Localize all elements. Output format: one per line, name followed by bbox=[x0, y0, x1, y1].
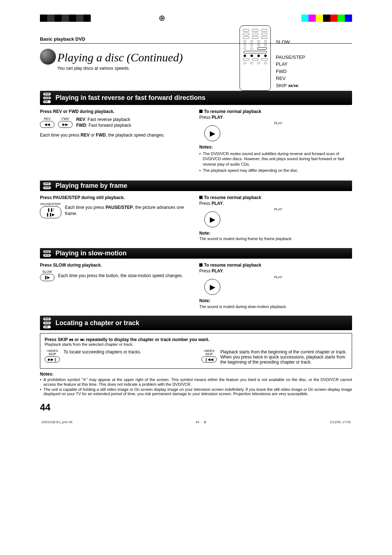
remote-label: REV bbox=[276, 75, 305, 82]
left-column: Press REV or FWD during playback. REV ◀◀… bbox=[40, 109, 193, 174]
button-label: +INDEX SKIP bbox=[45, 349, 60, 357]
section-heading: Playing frame by frame bbox=[56, 182, 127, 190]
button-row: PAUSE/STEP ❚❚/❚❚▶ Each time you press PA… bbox=[40, 203, 193, 218]
remote-label: PLAY bbox=[276, 61, 305, 68]
step-instruction: Press SLOW during playback. bbox=[40, 262, 193, 268]
skip-back-icon: ❙◀◀ bbox=[201, 356, 217, 362]
disc-badges: DVD VCD bbox=[43, 250, 51, 257]
label-bold: FWD bbox=[76, 123, 86, 128]
slow-button-icon: ❚▶ bbox=[40, 274, 54, 281]
section-heading-bar: DVD VCD CD Locating a chapter or track bbox=[40, 316, 352, 330]
note-item: The unit is capable of holding a still v… bbox=[40, 387, 352, 396]
notes-heading: Note: bbox=[199, 298, 352, 304]
step-tail: Each time you press the button, the slow… bbox=[58, 273, 183, 279]
disc-badges: DVD VCD CD bbox=[43, 92, 51, 104]
box-subtext: Playback starts from the selected chapte… bbox=[45, 342, 347, 347]
step-instruction: Press PAUSE/STEP during still playback. bbox=[40, 195, 193, 200]
button-label: SLOW bbox=[40, 270, 54, 274]
remote-label: SLOW bbox=[276, 39, 305, 46]
play-button-icon: ▶ bbox=[204, 211, 220, 227]
resume-heading: To resume normal playback bbox=[204, 109, 261, 114]
left-column: Press SLOW during playback. SLOW ❚▶ Each… bbox=[40, 262, 193, 309]
section-heading-bar: DVD VCD Playing in slow-motion bbox=[40, 248, 352, 259]
remote-label-list: SLOW PAUSE/STEP PLAY FWD REV SKIP ⏮/⏭ bbox=[276, 25, 305, 89]
boxed-instruction: Press SKIP ⏮ or ⏭ repeatedly to display … bbox=[40, 333, 352, 369]
note-item: The playback speed may differ depending … bbox=[199, 168, 352, 173]
label-bold: REV bbox=[76, 117, 85, 122]
page-number: 44 bbox=[40, 402, 352, 413]
button-label: FWD bbox=[58, 117, 73, 121]
note-single: The sound is muted during slow-motion pl… bbox=[199, 304, 352, 309]
button-label: REV bbox=[40, 117, 54, 121]
fwd-button-icon: ▶▶ bbox=[58, 121, 73, 128]
pause-step-button-icon: ❚❚/❚❚▶ bbox=[40, 206, 61, 218]
button-row: SLOW ❚▶ Each time you press the button, … bbox=[40, 270, 193, 281]
print-registration-row: ⊕ bbox=[40, 11, 352, 25]
notes-heading: Notes: bbox=[40, 372, 352, 377]
note-single: The sound is muted during frame by frame… bbox=[199, 236, 352, 242]
black-bars bbox=[40, 15, 91, 22]
square-bullet-icon bbox=[199, 263, 203, 267]
skip-forward-icon: ▶▶❙ bbox=[45, 356, 60, 362]
note-item: The DVD/VCR mutes sound and subtitles du… bbox=[199, 151, 352, 167]
label-text: : Fast forward playback bbox=[86, 123, 131, 128]
section-body: Press REV or FWD during playback. REV ◀◀… bbox=[40, 109, 352, 174]
print-footer: 2I30101B-En_p42-45 44 ⊕ 1/12/06, 17:06 bbox=[40, 420, 352, 424]
footer-date: 1/12/06, 17:06 bbox=[330, 420, 351, 424]
section-heading-bar: DVD VCD CD Playing in fast reverse or fa… bbox=[40, 91, 352, 105]
notes-heading: Note: bbox=[199, 230, 352, 236]
step-tail: Each time you press REV or FWD, the play… bbox=[40, 132, 193, 138]
remote-diagram-area: SLOW PAUSE/STEP PLAY FWD REV SKIP ⏮/⏭ bbox=[240, 25, 352, 91]
step-tail: Each time you press PAUSE/STEP, the pict… bbox=[65, 204, 193, 216]
remote-label: FWD bbox=[276, 68, 305, 75]
step-instruction: Press REV or FWD during playback. bbox=[40, 109, 193, 114]
footer-page: 44 bbox=[196, 420, 199, 424]
button-label: -INDEX SKIP bbox=[201, 349, 217, 357]
button-label: PLAY bbox=[204, 122, 352, 125]
page-title: Playing a disc (Continued) bbox=[57, 51, 183, 64]
remote-outline-icon bbox=[240, 25, 271, 91]
left-column: Press PAUSE/STEP during still playback. … bbox=[40, 195, 193, 242]
label-text: : Fast reverse playback bbox=[85, 117, 130, 122]
remote-label: SKIP ⏮/⏭ bbox=[276, 82, 305, 89]
manual-page: ⊕ Basic playback DVD SLOW PAUSE/STEP PLA… bbox=[0, 0, 392, 438]
footer-filename: 2I30101B-En_p42-45 bbox=[41, 420, 73, 424]
rev-button-icon: ◀◀ bbox=[40, 121, 54, 128]
remote-label: PAUSE/STEP bbox=[276, 54, 305, 61]
section-heading: Playing in fast reverse or fast forward … bbox=[56, 94, 205, 102]
button-label: PLAY bbox=[204, 208, 352, 211]
resume-heading: To resume normal playback bbox=[204, 263, 261, 268]
resume-heading: To resume normal playback bbox=[204, 195, 261, 200]
skip-text: Playback starts from the beginning of th… bbox=[220, 349, 347, 365]
section-body: Press SLOW during playback. SLOW ❚▶ Each… bbox=[40, 262, 352, 309]
notes-heading: Notes: bbox=[199, 144, 352, 150]
registration-cross-icon: ⊕ bbox=[159, 13, 165, 23]
right-column: To resume normal playback Press PLAY. PL… bbox=[199, 262, 352, 309]
section-heading: Locating a chapter or track bbox=[56, 319, 139, 327]
box-instruction: Press SKIP ⏮ or ⏭ repeatedly to display … bbox=[45, 337, 347, 342]
square-bullet-icon bbox=[199, 196, 203, 199]
section-body: Press PAUSE/STEP during still playback. … bbox=[40, 195, 352, 242]
skip-row: +INDEX SKIP ▶▶❙ To locate succeeding cha… bbox=[45, 349, 347, 365]
button-row: REV ◀◀ FWD ▶▶ REV: Fast reverse playback… bbox=[40, 117, 193, 128]
color-bars bbox=[301, 15, 352, 22]
note-item: A prohibition symbol "✕" may appear at t… bbox=[40, 377, 352, 386]
square-bullet-icon bbox=[199, 110, 203, 113]
play-button-icon: ▶ bbox=[204, 125, 220, 141]
button-label: PLAY bbox=[204, 276, 352, 279]
skip-forward-item: +INDEX SKIP ▶▶❙ To locate succeeding cha… bbox=[45, 349, 191, 365]
section-heading: Playing in slow-motion bbox=[56, 250, 127, 257]
right-column: To resume normal playback Press PLAY. PL… bbox=[199, 195, 352, 242]
button-label: PAUSE/STEP bbox=[40, 203, 61, 206]
play-button-icon: ▶ bbox=[204, 279, 220, 295]
skip-back-item: -INDEX SKIP ❙◀◀ Playback starts from the… bbox=[201, 349, 347, 365]
disc-badges: DVD VCD CD bbox=[43, 317, 51, 328]
skip-text: To locate succeeding chapters or tracks. bbox=[64, 349, 141, 355]
disc-badges: DVD VCD bbox=[43, 182, 51, 189]
section-heading-bar: DVD VCD Playing frame by frame bbox=[40, 181, 352, 191]
right-column: To resume normal playback Press PLAY. PL… bbox=[199, 109, 352, 174]
